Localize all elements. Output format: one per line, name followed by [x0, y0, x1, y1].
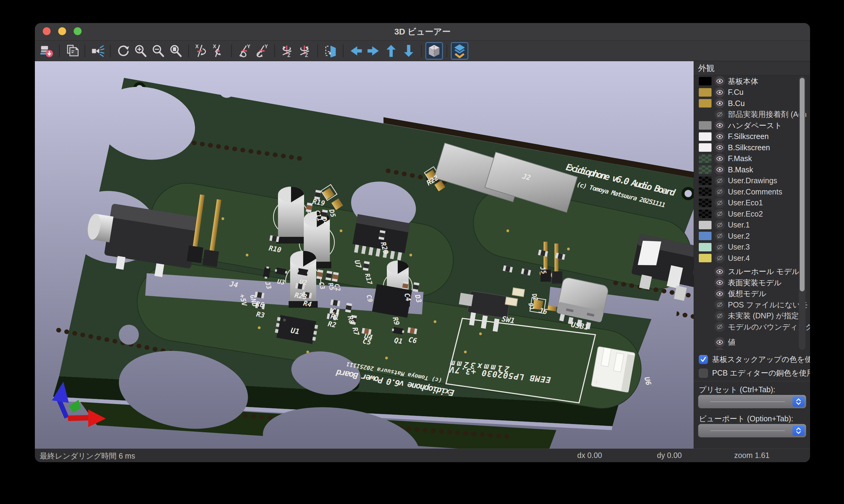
visibility-eye-off-icon[interactable]: [714, 109, 725, 120]
panel-scrollbar[interactable]: [799, 76, 806, 350]
via: [385, 357, 388, 360]
preset-select-stepper-icon[interactable]: [792, 396, 805, 407]
layer-color-swatch[interactable]: [699, 77, 711, 85]
layer-label: User.3: [728, 242, 750, 251]
rotate-z-ccw-button[interactable]: Z: [279, 42, 296, 60]
rotate-y-ccw-button[interactable]: Y: [236, 42, 253, 60]
preset-select[interactable]: [698, 395, 806, 408]
layer-row: B.Mask: [694, 164, 810, 175]
layer-color-swatch[interactable]: [699, 232, 711, 240]
layer-color-swatch[interactable]: [699, 155, 711, 163]
layer-color-swatch[interactable]: [699, 177, 711, 185]
visibility-eye-icon[interactable]: [714, 337, 725, 347]
visibility-eye-icon[interactable]: [714, 142, 725, 152]
layer-row: B.Cu: [694, 98, 810, 109]
viewport-select-stepper-icon[interactable]: [792, 426, 805, 436]
visibility-eye-icon[interactable]: [714, 289, 725, 299]
visibility-eye-icon[interactable]: [714, 131, 725, 142]
3d-viewport[interactable]: Exidiophone v6.0 Audio Board(c) Tomoya M…: [35, 61, 694, 449]
layer-color-swatch[interactable]: [699, 199, 711, 207]
layer-row: F.Mask: [694, 153, 810, 164]
silkscreen-text: R4: [303, 299, 312, 308]
zoom-to-fit-button[interactable]: [167, 42, 185, 60]
dx-status: dx 0.00: [577, 451, 602, 460]
visibility-eye-icon[interactable]: [714, 98, 725, 108]
layer-color-swatch[interactable]: [699, 88, 711, 96]
raytracing-render-button[interactable]: [89, 42, 106, 60]
visibility-eye-off-icon[interactable]: [714, 242, 725, 252]
layer-color-swatch[interactable]: [699, 132, 711, 141]
layer-label: User.Comments: [728, 187, 782, 196]
visibility-eye-icon[interactable]: [714, 76, 725, 86]
use-pcb-editor-copper-colors-checkbox[interactable]: [699, 368, 708, 378]
visibility-eye-icon[interactable]: [714, 164, 725, 175]
panel-divider: [694, 381, 810, 381]
layer-color-swatch[interactable]: [699, 99, 711, 108]
zoom-status: zoom 1.61: [734, 451, 770, 460]
visibility-eye-off-icon[interactable]: [714, 198, 725, 208]
layer-color-swatch[interactable]: [699, 121, 711, 130]
rotate-x-cw-button[interactable]: X: [210, 42, 228, 60]
layer-row: User.Eco1: [694, 197, 810, 209]
zoom-out-button[interactable]: [150, 42, 167, 60]
visibility-eye-off-icon[interactable]: [714, 209, 725, 219]
layer-row: User.1: [694, 220, 810, 231]
toolbar-separator: [421, 44, 422, 57]
visibility-eye-off-icon[interactable]: [714, 231, 725, 241]
rotate-y-cw-button[interactable]: Y: [253, 42, 271, 60]
layer-label: User.Eco2: [728, 210, 763, 218]
visibility-eye-icon[interactable]: [714, 277, 725, 288]
visibility-eye-icon[interactable]: [714, 120, 725, 130]
visibility-eye-off-icon[interactable]: [714, 176, 725, 186]
orthographic-projection-toggle[interactable]: [425, 42, 443, 60]
reload-board-button[interactable]: [38, 42, 55, 60]
pan-right-button[interactable]: [365, 42, 382, 60]
refresh-view-button[interactable]: [114, 42, 132, 60]
appearance-manager-toggle[interactable]: [451, 42, 468, 60]
use-stackup-colors-row: 基板スタックアップの色を使用: [699, 354, 810, 364]
preset-select-value: [710, 401, 785, 402]
layer-color-swatch[interactable]: [699, 210, 711, 218]
layer-row: User.3: [694, 242, 810, 253]
model-option-row: スルーホール モデル: [694, 266, 810, 277]
layer-color-swatch[interactable]: [699, 143, 711, 152]
via: [410, 254, 412, 256]
appearance-panel-title: 外観: [694, 61, 810, 75]
toolbar-separator: [59, 44, 60, 57]
title-bar: 3D ビューアー: [35, 23, 810, 41]
visibility-eye-icon[interactable]: [714, 348, 725, 350]
layer-color-swatch[interactable]: [699, 254, 711, 262]
layer-row: User.2: [694, 231, 810, 242]
layer-color-swatch[interactable]: [699, 243, 711, 251]
visibility-eye-off-icon[interactable]: [714, 322, 725, 332]
copy-image-button[interactable]: [63, 42, 81, 60]
visibility-eye-icon[interactable]: [714, 87, 725, 97]
panel-scrollbar-thumb[interactable]: [800, 78, 805, 291]
pan-left-button[interactable]: [347, 42, 365, 60]
layer-color-swatch[interactable]: [699, 165, 711, 174]
visibility-eye-off-icon[interactable]: [714, 311, 725, 321]
rotate-z-cw-button[interactable]: Z: [296, 42, 314, 60]
layer-color-swatch: [699, 278, 711, 287]
layer-color-swatch: [699, 110, 711, 119]
visibility-eye-off-icon[interactable]: [714, 253, 725, 263]
layer-label: User.1: [728, 220, 750, 229]
pan-down-button[interactable]: [400, 42, 417, 60]
visibility-eye-off-icon[interactable]: [714, 220, 725, 230]
flip-board-button[interactable]: [322, 42, 339, 60]
visibility-eye-icon[interactable]: [714, 267, 725, 277]
toolbar-separator: [317, 44, 318, 57]
visibility-eye-off-icon[interactable]: [714, 186, 725, 197]
silkscreen-text: C6: [408, 336, 417, 345]
pan-up-button[interactable]: [382, 42, 400, 60]
layer-color-swatch[interactable]: [699, 187, 711, 196]
visibility-eye-icon[interactable]: [714, 154, 725, 164]
viewport-select[interactable]: [698, 424, 806, 437]
use-board-stackup-colors-checkbox[interactable]: [699, 355, 708, 364]
rotate-x-ccw-button[interactable]: X: [192, 42, 210, 60]
model-option-row: 未実装 (DNP) が指定さ: [694, 310, 810, 322]
layer-color-swatch[interactable]: [699, 221, 711, 229]
zoom-in-button[interactable]: [132, 42, 150, 60]
visibility-eye-off-icon[interactable]: [714, 300, 725, 310]
model-option-row: 仮想モデル: [694, 288, 810, 300]
